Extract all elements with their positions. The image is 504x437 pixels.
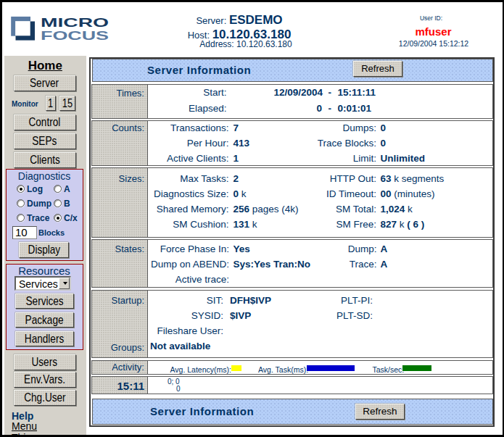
svg-text:MICRO: MICRO xyxy=(41,16,109,30)
svg-text:FOCUS: FOCUS xyxy=(41,29,109,43)
